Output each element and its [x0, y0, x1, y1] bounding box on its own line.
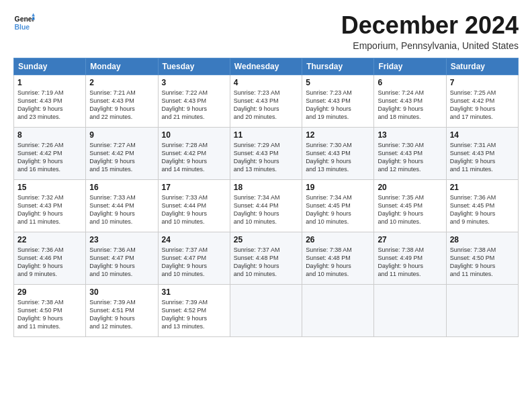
day-number: 1	[17, 78, 82, 87]
table-row: 17Sunrise: 7:33 AMSunset: 4:44 PMDayligh…	[158, 179, 230, 232]
day-number: 14	[450, 130, 515, 140]
day-number: 10	[162, 130, 226, 140]
day-info: Sunrise: 7:30 AMSunset: 4:43 PMDaylight:…	[306, 141, 370, 174]
day-number: 25	[234, 235, 298, 244]
table-row: 4Sunrise: 7:23 AMSunset: 4:43 PMDaylight…	[230, 75, 302, 127]
table-row: 5Sunrise: 7:23 AMSunset: 4:43 PMDaylight…	[302, 75, 374, 127]
table-row: 27Sunrise: 7:38 AMSunset: 4:49 PMDayligh…	[374, 232, 446, 284]
header-saturday: Saturday	[446, 58, 518, 75]
day-info: Sunrise: 7:38 AMSunset: 4:49 PMDaylight:…	[378, 246, 442, 279]
page: General Blue General Blue December 2024 …	[0, 0, 532, 344]
day-info: Sunrise: 7:36 AMSunset: 4:47 PMDaylight:…	[89, 246, 154, 279]
day-number: 4	[234, 78, 298, 87]
calendar-week-row: 1Sunrise: 7:19 AMSunset: 4:43 PMDaylight…	[14, 75, 519, 127]
header-thursday: Thursday	[302, 58, 374, 75]
table-row	[446, 284, 518, 336]
day-number: 19	[306, 183, 370, 192]
day-info: Sunrise: 7:33 AMSunset: 4:44 PMDaylight:…	[162, 193, 226, 226]
day-number: 31	[162, 287, 226, 297]
table-row: 20Sunrise: 7:35 AMSunset: 4:45 PMDayligh…	[374, 179, 446, 232]
day-info: Sunrise: 7:39 AMSunset: 4:52 PMDaylight:…	[162, 298, 226, 331]
day-info: Sunrise: 7:34 AMSunset: 4:44 PMDaylight:…	[234, 193, 298, 226]
day-number: 30	[89, 287, 154, 297]
table-row: 3Sunrise: 7:22 AMSunset: 4:43 PMDaylight…	[158, 75, 230, 127]
day-number: 13	[378, 130, 442, 140]
day-info: Sunrise: 7:31 AMSunset: 4:43 PMDaylight:…	[450, 141, 515, 174]
calendar-week-row: 15Sunrise: 7:32 AMSunset: 4:43 PMDayligh…	[14, 179, 519, 232]
table-row	[230, 284, 302, 336]
table-row: 28Sunrise: 7:38 AMSunset: 4:50 PMDayligh…	[446, 232, 518, 284]
calendar-week-row: 29Sunrise: 7:38 AMSunset: 4:50 PMDayligh…	[14, 284, 519, 336]
day-info: Sunrise: 7:38 AMSunset: 4:50 PMDaylight:…	[17, 298, 82, 331]
calendar-week-row: 8Sunrise: 7:26 AMSunset: 4:42 PMDaylight…	[14, 127, 519, 179]
day-number: 23	[89, 235, 154, 244]
day-info: Sunrise: 7:23 AMSunset: 4:43 PMDaylight:…	[234, 89, 298, 122]
table-row: 2Sunrise: 7:21 AMSunset: 4:43 PMDaylight…	[86, 75, 158, 127]
table-row: 18Sunrise: 7:34 AMSunset: 4:44 PMDayligh…	[230, 179, 302, 232]
table-row: 24Sunrise: 7:37 AMSunset: 4:47 PMDayligh…	[158, 232, 230, 284]
calendar-week-row: 22Sunrise: 7:36 AMSunset: 4:46 PMDayligh…	[14, 232, 519, 284]
table-row: 8Sunrise: 7:26 AMSunset: 4:42 PMDaylight…	[14, 127, 86, 179]
table-row: 10Sunrise: 7:28 AMSunset: 4:42 PMDayligh…	[158, 127, 230, 179]
table-row: 9Sunrise: 7:27 AMSunset: 4:42 PMDaylight…	[86, 127, 158, 179]
day-number: 27	[378, 235, 442, 244]
day-number: 20	[378, 183, 442, 192]
day-info: Sunrise: 7:19 AMSunset: 4:43 PMDaylight:…	[17, 89, 82, 122]
table-row: 12Sunrise: 7:30 AMSunset: 4:43 PMDayligh…	[302, 127, 374, 179]
logo-icon: General Blue	[13, 12, 35, 34]
header-monday: Monday	[86, 58, 158, 75]
day-info: Sunrise: 7:32 AMSunset: 4:43 PMDaylight:…	[17, 193, 82, 226]
day-number: 9	[89, 130, 154, 140]
day-number: 17	[162, 183, 226, 192]
svg-marker-2	[32, 13, 35, 17]
table-row: 11Sunrise: 7:29 AMSunset: 4:43 PMDayligh…	[230, 127, 302, 179]
calendar-header-row: Sunday Monday Tuesday Wednesday Thursday…	[14, 58, 519, 75]
title-area: December 2024 Emporium, Pennsylvania, Un…	[341, 12, 519, 51]
day-info: Sunrise: 7:35 AMSunset: 4:45 PMDaylight:…	[378, 193, 442, 226]
header-tuesday: Tuesday	[158, 58, 230, 75]
header-sunday: Sunday	[14, 58, 86, 75]
day-number: 7	[450, 78, 515, 87]
day-info: Sunrise: 7:23 AMSunset: 4:43 PMDaylight:…	[306, 89, 370, 122]
svg-text:Blue: Blue	[15, 24, 30, 31]
day-info: Sunrise: 7:36 AMSunset: 4:46 PMDaylight:…	[17, 246, 82, 279]
logo: General Blue General Blue	[13, 12, 35, 34]
table-row: 15Sunrise: 7:32 AMSunset: 4:43 PMDayligh…	[14, 179, 86, 232]
day-info: Sunrise: 7:21 AMSunset: 4:43 PMDaylight:…	[89, 89, 154, 122]
day-number: 3	[162, 78, 226, 87]
header-wednesday: Wednesday	[230, 58, 302, 75]
day-number: 2	[89, 78, 154, 87]
day-info: Sunrise: 7:28 AMSunset: 4:42 PMDaylight:…	[162, 141, 226, 174]
table-row: 14Sunrise: 7:31 AMSunset: 4:43 PMDayligh…	[446, 127, 518, 179]
day-info: Sunrise: 7:39 AMSunset: 4:51 PMDaylight:…	[89, 298, 154, 331]
table-row	[302, 284, 374, 336]
day-info: Sunrise: 7:37 AMSunset: 4:48 PMDaylight:…	[234, 246, 298, 279]
table-row: 31Sunrise: 7:39 AMSunset: 4:52 PMDayligh…	[158, 284, 230, 336]
day-number: 16	[89, 183, 154, 192]
day-number: 28	[450, 235, 515, 244]
table-row: 1Sunrise: 7:19 AMSunset: 4:43 PMDaylight…	[14, 75, 86, 127]
table-row: 29Sunrise: 7:38 AMSunset: 4:50 PMDayligh…	[14, 284, 86, 336]
day-number: 29	[17, 287, 82, 297]
table-row	[374, 284, 446, 336]
table-row: 23Sunrise: 7:36 AMSunset: 4:47 PMDayligh…	[86, 232, 158, 284]
day-info: Sunrise: 7:26 AMSunset: 4:42 PMDaylight:…	[17, 141, 82, 174]
day-info: Sunrise: 7:29 AMSunset: 4:43 PMDaylight:…	[234, 141, 298, 174]
table-row: 21Sunrise: 7:36 AMSunset: 4:45 PMDayligh…	[446, 179, 518, 232]
day-number: 8	[17, 130, 82, 140]
table-row: 16Sunrise: 7:33 AMSunset: 4:44 PMDayligh…	[86, 179, 158, 232]
day-info: Sunrise: 7:30 AMSunset: 4:43 PMDaylight:…	[378, 141, 442, 174]
table-row: 22Sunrise: 7:36 AMSunset: 4:46 PMDayligh…	[14, 232, 86, 284]
table-row: 25Sunrise: 7:37 AMSunset: 4:48 PMDayligh…	[230, 232, 302, 284]
day-number: 24	[162, 235, 226, 244]
day-number: 6	[378, 78, 442, 87]
day-info: Sunrise: 7:33 AMSunset: 4:44 PMDaylight:…	[89, 193, 154, 226]
day-number: 15	[17, 183, 82, 192]
day-info: Sunrise: 7:38 AMSunset: 4:48 PMDaylight:…	[306, 246, 370, 279]
day-info: Sunrise: 7:22 AMSunset: 4:43 PMDaylight:…	[162, 89, 226, 122]
table-row: 30Sunrise: 7:39 AMSunset: 4:51 PMDayligh…	[86, 284, 158, 336]
day-info: Sunrise: 7:25 AMSunset: 4:42 PMDaylight:…	[450, 89, 515, 122]
month-title: December 2024	[341, 12, 519, 39]
day-info: Sunrise: 7:27 AMSunset: 4:42 PMDaylight:…	[89, 141, 154, 174]
day-number: 21	[450, 183, 515, 192]
